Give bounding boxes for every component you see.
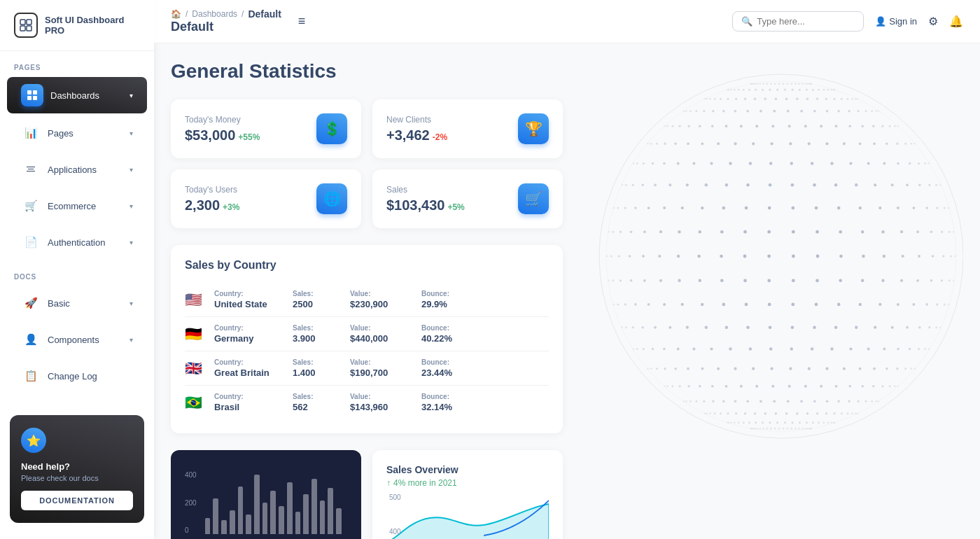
svg-point-411	[735, 98, 737, 100]
svg-point-108	[788, 385, 791, 388]
svg-point-465	[802, 83, 804, 85]
svg-point-277	[648, 206, 650, 209]
svg-point-168	[668, 326, 671, 329]
breadcrumb: 🏠 / Dashboards / Default	[171, 8, 281, 20]
svg-point-379	[881, 125, 883, 127]
sidebar-item-dashboards-label: Dashboards	[50, 90, 99, 101]
notification-icon[interactable]: 🔔	[949, 15, 963, 28]
svg-point-438	[784, 89, 786, 91]
svg-point-324	[710, 162, 713, 164]
svg-point-427	[727, 89, 728, 90]
svg-point-326	[749, 162, 752, 164]
svg-point-164	[625, 326, 627, 328]
svg-point-102	[699, 385, 701, 388]
country-flag: 🇺🇸	[185, 291, 206, 308]
svg-point-331	[849, 162, 852, 164]
sidebar-item-applications[interactable]: Applications ▾	[7, 153, 147, 186]
sidebar-item-authentication[interactable]: 📄 Authentication ▾	[7, 225, 147, 259]
docs-section-label: DOCS	[0, 260, 154, 285]
money-label: Today's Money	[185, 115, 260, 125]
bar	[336, 508, 342, 534]
svg-point-294	[948, 207, 950, 209]
bounce-col: Bounce: 32.14%	[421, 393, 477, 412]
breadcrumb-section[interactable]: Dashboards	[192, 9, 237, 19]
svg-point-94	[871, 400, 873, 402]
svg-point-460	[783, 83, 785, 85]
documentation-button[interactable]: DOCUMENTATION	[21, 491, 133, 510]
home-icon[interactable]: 🏠	[171, 9, 181, 19]
svg-point-103	[711, 385, 714, 388]
svg-point-204	[936, 303, 938, 305]
svg-point-230	[610, 255, 612, 258]
svg-point-430	[734, 89, 736, 91]
svg-point-314	[928, 184, 930, 186]
country-flag: 🇬🇧	[185, 360, 206, 377]
svg-point-205	[944, 303, 946, 305]
sidebar-item-pages[interactable]: 📊 Pages ▾	[7, 116, 147, 150]
signin-button[interactable]: 👤 Sign in	[875, 16, 917, 27]
svg-point-386	[695, 110, 697, 112]
svg-point-41	[776, 421, 778, 424]
sidebar-item-changelog[interactable]: 📋 Change Log	[7, 359, 147, 393]
svg-point-174	[791, 326, 794, 329]
svg-point-291	[925, 206, 928, 209]
svg-point-12	[754, 428, 756, 430]
value-col: Value: $440,000	[350, 324, 413, 344]
svg-point-434	[755, 89, 757, 91]
table-row: 🇩🇪 Country: Germany Sales: 3.900 Value: …	[185, 317, 549, 351]
svg-point-271	[948, 231, 951, 233]
hamburger-menu[interactable]: ≡	[298, 14, 306, 29]
svg-point-38	[755, 421, 757, 424]
breadcrumb-current: Default	[248, 8, 281, 20]
svg-point-300	[668, 183, 671, 186]
svg-point-206	[948, 304, 950, 306]
svg-point-135	[873, 368, 876, 370]
svg-point-387	[703, 110, 705, 112]
svg-point-355	[873, 142, 876, 145]
svg-point-464	[798, 83, 800, 85]
svg-point-231	[618, 255, 620, 257]
sales-col: Sales: 2500	[293, 290, 342, 309]
svg-point-177	[855, 326, 858, 329]
main-area: 🏠 / Dashboards / Default Default ≡ 🔍 👤 S…	[154, 0, 980, 539]
svg-point-272	[953, 231, 955, 233]
svg-point-8	[599, 74, 963, 438]
svg-point-447	[833, 89, 835, 91]
svg-point-432	[743, 89, 745, 91]
sidebar-item-ecommerce[interactable]: 🛒 Ecommerce ▾	[7, 189, 147, 223]
sales-overview-card: Sales Overview ↑ 4% more in 2021	[372, 450, 563, 539]
svg-point-310	[874, 183, 876, 186]
svg-point-453	[757, 83, 759, 85]
topbar: 🏠 / Dashboards / Default Default ≡ 🔍 👤 S…	[154, 0, 980, 43]
sidebar-item-components-label: Components	[48, 335, 99, 345]
svg-rect-3	[27, 26, 31, 31]
svg-point-366	[699, 125, 701, 127]
svg-point-273	[613, 207, 615, 209]
svg-point-436	[769, 89, 771, 91]
svg-point-160	[918, 348, 920, 350]
svg-point-419	[816, 98, 818, 100]
svg-point-392	[760, 110, 762, 113]
svg-point-296	[625, 184, 627, 186]
svg-point-110	[820, 385, 822, 388]
svg-point-384	[685, 110, 687, 112]
sales-icon: 🛒	[518, 183, 549, 214]
svg-point-249	[950, 255, 952, 258]
sidebar-item-dashboards[interactable]: Dashboards ▾	[7, 77, 147, 113]
svg-point-267	[900, 230, 903, 233]
svg-point-107	[771, 385, 774, 388]
settings-icon[interactable]: ⚙	[928, 15, 938, 28]
page-title-topbar: Default	[171, 20, 281, 34]
svg-point-126	[717, 368, 720, 370]
search-box[interactable]: 🔍	[732, 11, 864, 31]
svg-point-416	[785, 98, 788, 100]
svg-point-156	[867, 348, 870, 351]
svg-point-23	[794, 428, 797, 430]
sales-by-country-title: Sales by Country	[185, 259, 549, 272]
svg-point-16	[766, 428, 768, 430]
bar	[230, 510, 235, 534]
sidebar-item-basic[interactable]: 🚀 Basic ▾	[7, 286, 147, 320]
svg-point-270	[941, 231, 943, 233]
sidebar-item-components[interactable]: 👤 Components ▾	[7, 323, 147, 356]
search-input[interactable]	[757, 16, 855, 27]
